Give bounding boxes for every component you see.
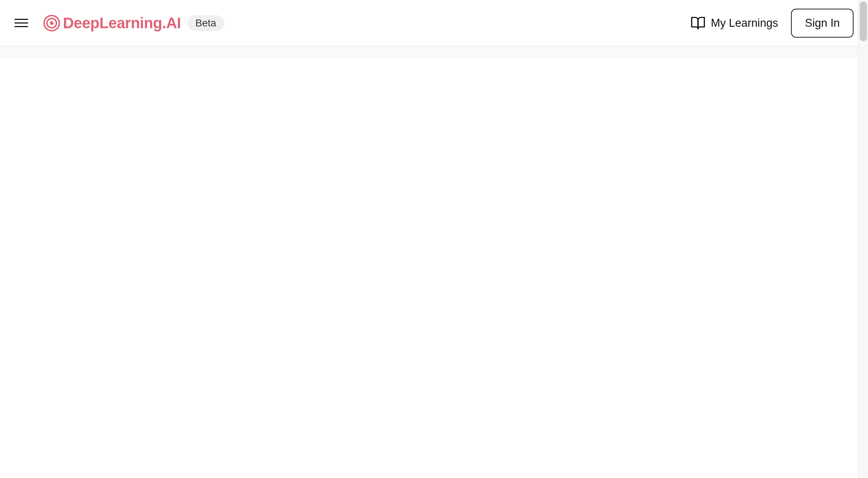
scrollbar-track[interactable] <box>858 0 868 478</box>
my-learnings-link[interactable]: My Learnings <box>690 16 778 31</box>
brand-logo-text: DeepLearning.AI <box>63 14 181 32</box>
main-content <box>0 58 868 478</box>
header-right-group: My Learnings Sign In <box>690 9 854 38</box>
sub-header-band <box>0 46 868 58</box>
logo-group: DeepLearning.AI Beta <box>43 14 224 32</box>
svg-point-2 <box>50 21 54 25</box>
my-learnings-label: My Learnings <box>711 17 778 30</box>
hamburger-icon <box>14 26 28 27</box>
beta-badge: Beta <box>187 15 224 31</box>
book-icon <box>690 16 706 31</box>
hamburger-icon <box>14 22 28 24</box>
brand-logo-link[interactable]: DeepLearning.AI <box>43 14 181 32</box>
sign-in-button[interactable]: Sign In <box>791 9 854 38</box>
hamburger-icon <box>14 19 28 20</box>
site-header: DeepLearning.AI Beta My Learnings Sign I… <box>0 0 868 46</box>
header-left-group: DeepLearning.AI Beta <box>14 14 224 32</box>
scrollbar-thumb[interactable] <box>860 1 867 41</box>
menu-button[interactable] <box>14 16 29 30</box>
brand-logo-icon <box>43 15 60 31</box>
